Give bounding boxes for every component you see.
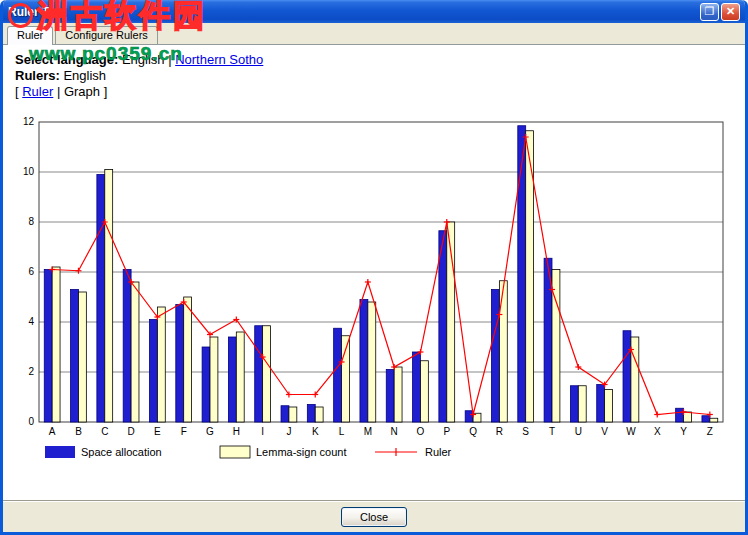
x-tick-label: R — [496, 426, 503, 437]
tab-strip: Ruler Configure Rulers — [3, 23, 745, 45]
x-tick-label: Z — [707, 426, 713, 437]
view-switch-line: [ Ruler | Graph ] — [15, 84, 745, 100]
x-tick-label: C — [101, 426, 108, 437]
rulers-line: Rulers: English — [15, 68, 745, 84]
legend-ruler: Ruler — [425, 446, 452, 458]
x-tick-label: Q — [469, 426, 477, 437]
y-tick-label: 6 — [28, 266, 34, 277]
bar-line-chart: 024681012ABCDEFGHIJKLMNOPQRSTUVWXYZSpace… — [15, 108, 731, 472]
x-tick-label: G — [206, 426, 214, 437]
ruler-tool-window: 洲古软件园 www.pc0359.cn Ruler Tool ❐ ✕ Ruler… — [0, 0, 748, 535]
x-tick-label: S — [522, 426, 529, 437]
x-tick-label: J — [286, 426, 291, 437]
x-tick-label: W — [626, 426, 636, 437]
maximize-button-icon[interactable]: ❐ — [700, 3, 719, 21]
x-tick-label: B — [75, 426, 82, 437]
rulers-value: English — [60, 68, 106, 83]
x-tick-label: U — [575, 426, 582, 437]
x-tick-label: Y — [680, 426, 687, 437]
x-tick-label: P — [443, 426, 450, 437]
x-tick-label: T — [549, 426, 555, 437]
x-tick-label: A — [49, 426, 56, 437]
x-tick-label: X — [654, 426, 661, 437]
titlebar-buttons: ❐ ✕ — [700, 3, 740, 21]
y-tick-label: 10 — [23, 166, 35, 177]
language-current: English | — [118, 52, 175, 67]
x-tick-label: I — [261, 426, 264, 437]
x-tick-label: K — [312, 426, 319, 437]
ruler-view-link[interactable]: Ruler — [22, 84, 53, 99]
x-tick-label: V — [601, 426, 608, 437]
rulers-label: Rulers: — [15, 68, 60, 83]
x-tick-label: D — [127, 426, 134, 437]
view-suffix: | Graph ] — [53, 84, 107, 99]
x-tick-label: H — [233, 426, 240, 437]
legend-space-allocation: Space allocation — [81, 446, 162, 458]
close-button[interactable]: Close — [341, 507, 407, 527]
gridlines — [39, 172, 723, 372]
close-window-icon[interactable]: ✕ — [721, 3, 740, 21]
chart-legend: Space allocationLemma-sign countRuler — [45, 446, 452, 458]
x-tick-label: F — [181, 426, 187, 437]
legend-lemma-sign-count: Lemma-sign count — [256, 446, 347, 458]
y-tick-label: 0 — [28, 416, 34, 427]
x-tick-label: O — [417, 426, 425, 437]
tab-configure-rulers[interactable]: Configure Rulers — [55, 26, 158, 44]
tab-ruler[interactable]: Ruler — [7, 26, 53, 45]
y-tick-label: 4 — [28, 316, 34, 327]
x-tick-label: L — [339, 426, 345, 437]
x-tick-label: M — [364, 426, 372, 437]
chart-area: 024681012ABCDEFGHIJKLMNOPQRSTUVWXYZSpace… — [15, 108, 737, 472]
select-language-line: Select language: English | Northern Soth… — [15, 45, 745, 68]
language-link-northern-sotho[interactable]: Northern Sotho — [175, 52, 263, 67]
title-bar: Ruler Tool ❐ ✕ — [3, 0, 745, 23]
x-tick-label: N — [391, 426, 398, 437]
y-tick-label: 8 — [28, 216, 34, 227]
select-language-label: Select language: — [15, 52, 118, 67]
bars — [44, 126, 717, 422]
x-tick-label: E — [154, 426, 161, 437]
footer-bar: Close — [3, 500, 745, 532]
y-tick-label: 2 — [28, 366, 34, 377]
y-tick-label: 12 — [23, 116, 35, 127]
window-title: Ruler Tool — [8, 5, 66, 19]
main-content: Select language: English | Northern Soth… — [3, 45, 745, 500]
